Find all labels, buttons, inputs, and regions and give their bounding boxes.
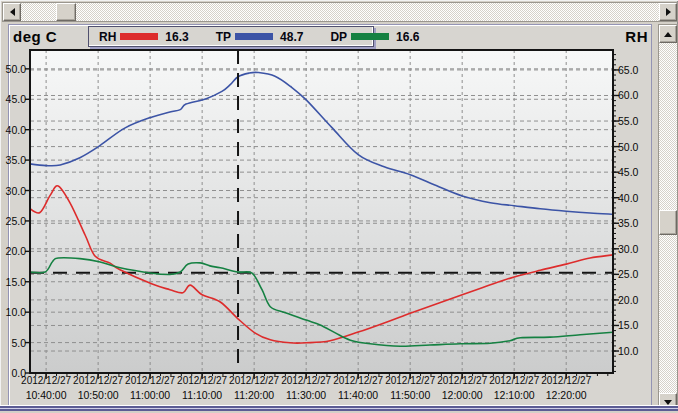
x-axis-time-label: 12:20:00 xyxy=(534,389,598,401)
y-axis-right-tick-label: 35.0 xyxy=(618,217,648,229)
x-axis-date-label: 2012/12/27 xyxy=(534,375,598,387)
window-bottom-edge xyxy=(0,405,678,413)
y-axis-left-tick-label: 45.0 xyxy=(0,93,26,105)
y-axis-right-tick-label: 30.0 xyxy=(618,243,648,255)
y-axis-right-tick-label: 55.0 xyxy=(618,115,648,127)
plot-area[interactable] xyxy=(0,0,678,413)
y-axis-left-tick-label: 35.0 xyxy=(0,154,26,166)
y-axis-right-tick-label: 45.0 xyxy=(618,166,648,178)
y-axis-right-tick-label: 65.0 xyxy=(618,64,648,76)
y-axis-right-tick-label: 15.0 xyxy=(618,319,648,331)
y-axis-left-tick-label: 40.0 xyxy=(0,124,26,136)
y-axis-left-tick-label: 20.0 xyxy=(0,245,26,257)
y-axis-right-tick-label: 60.0 xyxy=(618,89,648,101)
chart-window: deg C RH RH16.3TP48.7DP16.6 50.045.040.0… xyxy=(0,0,678,413)
y-axis-left-tick-label: 30.0 xyxy=(0,185,26,197)
y-axis-left-tick-label: 15.0 xyxy=(0,276,26,288)
y-axis-left-tick-label: 25.0 xyxy=(0,215,26,227)
y-axis-right-tick-label: 25.0 xyxy=(618,268,648,280)
y-axis-left-tick-label: 10.0 xyxy=(0,306,26,318)
y-axis-right-tick-label: 50.0 xyxy=(618,141,648,153)
y-axis-right-tick-label: 20.0 xyxy=(618,294,648,306)
y-axis-left-tick-label: 5.0 xyxy=(0,337,26,349)
y-axis-right-tick-label: 10.0 xyxy=(618,345,648,357)
y-axis-right-tick-label: 40.0 xyxy=(618,192,648,204)
y-axis-left-tick-label: 50.0 xyxy=(0,63,26,75)
